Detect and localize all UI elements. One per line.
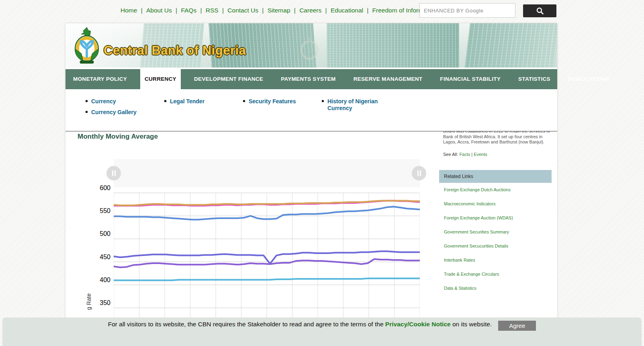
related-link[interactable]: Trade & Exchange Circulars — [439, 267, 552, 281]
submenu-label: Currency Gallery — [91, 109, 137, 115]
cookie-notice-bar: For all visitors to its website, the CBN… — [2, 317, 642, 346]
navigator-handle-left[interactable] — [106, 166, 121, 180]
main-nav-item[interactable]: CURRENCY — [140, 69, 181, 89]
cookie-text-before: For all visitors to its website, the CBN… — [108, 321, 385, 328]
top-link[interactable]: Educational — [331, 7, 372, 14]
square-bullet-icon — [164, 100, 166, 102]
related-link[interactable]: Macroeconomic Indicators — [439, 197, 552, 211]
submenu-label: Currency — [91, 98, 116, 104]
main-container: Central Bank of Nigeria MONETARY POLICY … — [65, 23, 557, 346]
see-all-row: See All: Facts|Events — [443, 152, 487, 157]
main-nav-label: DEVELOPMENT FINANCE — [194, 76, 263, 82]
chart-title: Monthly Moving Average — [78, 133, 158, 141]
search-icon — [536, 7, 544, 15]
cbn-logo — [71, 27, 102, 65]
top-link[interactable]: Home — [121, 7, 146, 14]
submenu-item[interactable]: Currency Gallery — [86, 109, 152, 116]
main-nav-label: RESERVE MANAGEMENT — [354, 76, 423, 82]
top-link[interactable]: Contact Us — [227, 7, 267, 14]
header-banner: Central Bank of Nigeria — [65, 23, 557, 68]
related-link[interactable]: Interbank Rates — [439, 253, 552, 267]
separator: | — [470, 152, 474, 157]
submenu-label: Security Features — [249, 98, 296, 104]
cookie-text-after: on its website. — [451, 321, 492, 328]
main-nav-item[interactable]: MONETARY POLICY — [69, 69, 131, 89]
submenu-label: History of Nigerian Currency — [327, 98, 378, 111]
events-link[interactable]: Events — [474, 152, 487, 157]
top-links: HomeAbout UsFAQsRSSContact UsSitemapCare… — [121, 7, 437, 14]
cbn-watermark-icon — [298, 35, 321, 63]
currency-dropdown-menu: Currency Legal Tender Security Features … — [65, 89, 557, 131]
top-link[interactable]: Careers — [299, 7, 331, 14]
top-link[interactable]: RSS — [206, 7, 228, 14]
main-nav-item[interactable]: PUBLICATIONS — [564, 69, 614, 89]
square-bullet-icon — [86, 111, 88, 113]
site-title: Central Bank of Nigeria — [104, 43, 246, 58]
submenu-item[interactable]: Legal Tender — [164, 98, 231, 105]
facts-link[interactable]: Facts — [459, 152, 470, 157]
top-link[interactable]: About Us — [146, 7, 181, 14]
y-axis-tick-label: 400 — [88, 276, 110, 284]
main-nav-label: CURRENCY — [145, 76, 176, 82]
main-nav-label: PUBLICATIONS — [568, 76, 610, 82]
submenu-item[interactable]: Security Features — [243, 98, 309, 105]
main-nav-label: FINANCIAL STABILITY — [440, 76, 501, 82]
y-axis-tick-label: 600 — [88, 184, 110, 192]
y-axis-tick-label: 550 — [88, 207, 110, 215]
chart-range-navigator[interactable] — [114, 159, 420, 187]
header-building-photo — [327, 23, 459, 68]
submenu-label: Legal Tender — [170, 98, 204, 104]
top-link[interactable]: Sitemap — [268, 7, 300, 14]
main-navigation: MONETARY POLICY CURRENCY DEVELOPMENT FIN… — [65, 69, 557, 89]
privacy-cookie-notice-link[interactable]: Privacy/Cookie Notice — [385, 321, 451, 328]
related-link[interactable]: Government Securities Summary — [439, 225, 552, 239]
see-all-label: See All: — [443, 152, 458, 157]
main-nav-item[interactable]: STATISTICS — [514, 69, 555, 89]
main-nav-label: MONETARY POLICY — [73, 76, 127, 82]
related-links-header: Related Links — [439, 170, 552, 183]
related-link[interactable]: Data & Statistics — [439, 281, 552, 295]
submenu-item[interactable]: History of Nigerian Currency — [322, 98, 388, 112]
search-input[interactable] — [419, 3, 515, 18]
top-utility-bar: HomeAbout UsFAQsRSSContact UsSitemapCare… — [0, 0, 644, 22]
y-axis-title: g Rate — [86, 293, 92, 310]
y-axis-tick-label: 450 — [88, 254, 110, 261]
top-link[interactable]: FAQs — [181, 7, 205, 14]
related-link[interactable]: Foreign Exchange Auction (WDAS) — [439, 211, 552, 225]
square-bullet-icon — [243, 100, 245, 102]
cookie-notice-text: For all visitors to its website, the CBN… — [108, 321, 492, 328]
y-axis-tick-label: 500 — [88, 230, 110, 237]
submenu-item[interactable]: Currency — [86, 98, 152, 105]
navigator-handle-right[interactable] — [412, 166, 426, 180]
agree-button[interactable]: Agree — [498, 321, 536, 331]
main-nav-label: STATISTICS — [518, 76, 550, 82]
header-building-photo — [464, 23, 557, 68]
main-nav-item[interactable]: RESERVE MANAGEMENT — [349, 69, 427, 89]
main-nav-item[interactable]: FINANCIAL STABILITY — [435, 69, 505, 89]
related-links-box: Related Links Foreign Exchange Dutch Auc… — [439, 170, 552, 295]
search-button[interactable] — [523, 4, 556, 17]
main-nav-item[interactable]: DEVELOPMENT FINANCE — [190, 69, 268, 89]
square-bullet-icon — [86, 100, 88, 102]
square-bullet-icon — [322, 100, 324, 102]
related-link[interactable]: Foreign Exchange Dutch Auctions — [439, 183, 552, 197]
main-nav-label: PAYMENTS SYSTEM — [281, 76, 336, 82]
main-nav-item[interactable]: PAYMENTS SYSTEM — [276, 69, 340, 89]
related-link[interactable]: Government Secucurities Details — [439, 239, 552, 253]
